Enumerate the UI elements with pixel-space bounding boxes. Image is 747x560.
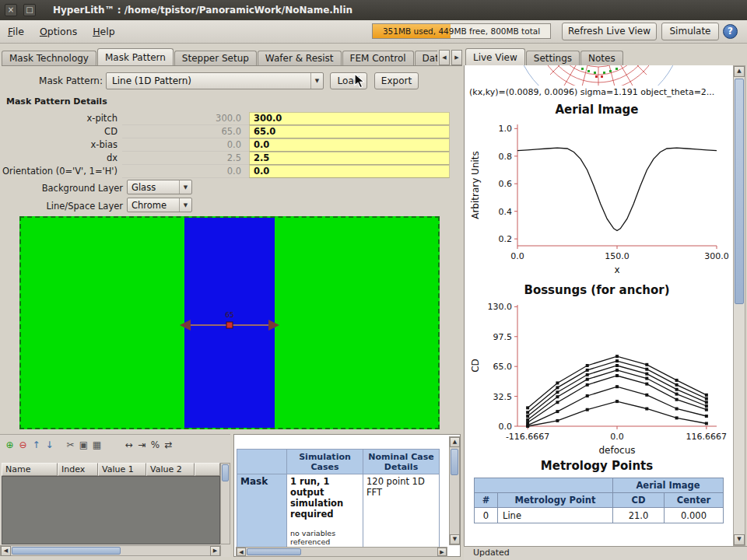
status-bar: Updated <box>464 546 747 560</box>
svg-text:0.6: 0.6 <box>499 179 513 189</box>
menu-options[interactable]: Options <box>32 20 85 43</box>
scroll-left-icon[interactable]: ◀ <box>237 548 246 556</box>
param-input-field[interactable]: 65.0 <box>249 125 450 138</box>
tab-fem-control[interactable]: FEM Control <box>342 51 414 65</box>
scroll-down-icon[interactable]: ▼ <box>450 534 460 544</box>
linespace-layer-value: Chrome <box>128 200 179 211</box>
measure-pitch-icon[interactable]: ⇥ <box>135 439 149 452</box>
cd-measure-label: 65 <box>225 311 233 319</box>
svg-text:0.2: 0.2 <box>499 234 513 244</box>
mask-pattern-canvas[interactable]: 65 <box>19 216 440 429</box>
scroll-up-icon[interactable]: ▲ <box>450 437 460 447</box>
metrology-row[interactable]: 0Line21.00.000 <box>475 508 724 523</box>
param-reference-value: 300.0 <box>122 112 249 125</box>
variables-panel: ⊕⊖↑↓✂▣▦↔⇥%⇄ NameIndexValue 1Value 2 ◀ ▶ <box>0 434 230 557</box>
remove-icon[interactable]: ⊖ <box>16 439 30 452</box>
copy-icon[interactable]: ▣ <box>77 439 90 452</box>
scroll-right-icon[interactable]: ▶ <box>210 546 220 556</box>
tab-stepper-setup[interactable]: Stepper Setup <box>174 51 257 65</box>
scrollbar-thumb[interactable] <box>451 449 458 475</box>
vars-column-filler <box>195 463 220 476</box>
aerial-image-chart: 1.00.80.60.40.20.0150.0300.0xArbitrary U… <box>468 118 729 277</box>
linespace-layer-dropdown[interactable]: Chrome ▼ <box>127 198 192 212</box>
param-input-field[interactable]: 0.0 <box>249 138 450 152</box>
param-input-field[interactable]: 2.5 <box>249 152 450 165</box>
menu-help[interactable]: Help <box>85 20 123 43</box>
tab-wafer-resist[interactable]: Wafer & Resist <box>258 51 342 65</box>
cd-measure-arrow[interactable]: 65 <box>178 310 281 336</box>
scroll-right-icon[interactable]: ▶ <box>437 548 447 556</box>
mask-pattern-dropdown[interactable]: Line (1D Pattern) ▼ <box>106 72 324 89</box>
scrollbar-thumb[interactable] <box>222 464 229 481</box>
scroll-up-icon[interactable]: ▲ <box>734 66 745 77</box>
left-tab-strip: Mask TechnologyMask PatternStepper Setup… <box>2 48 462 66</box>
move-up-icon[interactable]: ↑ <box>30 439 43 452</box>
svg-text:Arbitrary Units: Arbitrary Units <box>470 151 481 219</box>
sim-horizontal-scrollbar[interactable]: ◀ ▶ <box>236 547 447 557</box>
tab-settings[interactable]: Settings <box>526 51 580 65</box>
svg-text:97.5: 97.5 <box>493 332 513 342</box>
scrollbar-thumb[interactable] <box>247 548 301 555</box>
metrology-column-center: Center <box>665 493 724 508</box>
tab-mask-pattern[interactable]: Mask Pattern <box>97 48 174 65</box>
tab-scroll-right-icon[interactable]: ▶ <box>451 50 462 65</box>
aerial-image-chart-title: Aerial Image <box>465 103 729 117</box>
vars-column-index[interactable]: Index <box>58 463 98 476</box>
add-icon[interactable]: ⊕ <box>3 439 16 452</box>
param-label: x-bias <box>0 138 122 152</box>
svg-text:0.0: 0.0 <box>499 422 513 432</box>
chevron-down-icon: ▼ <box>179 180 191 194</box>
refresh-live-view-button[interactable]: Refresh Live View <box>562 23 657 40</box>
mask-pattern-details-title: Mask Pattern Details <box>6 96 107 107</box>
move-down-icon[interactable]: ↓ <box>43 439 56 452</box>
scrollbar-thumb[interactable] <box>735 79 744 304</box>
scroll-left-icon[interactable]: ◀ <box>1 546 11 556</box>
sim-cases-header: Simulation Cases <box>287 450 363 474</box>
paste-icon[interactable]: ▦ <box>90 439 103 452</box>
application-window: × □ HyperLith™ : /home/tpistor/Panoramic… <box>0 0 747 560</box>
measure-width-icon[interactable]: ↔ <box>122 439 135 452</box>
help-button[interactable]: ? <box>723 24 738 39</box>
background-layer-dropdown[interactable]: Glass ▼ <box>127 180 192 194</box>
metrology-table-wrap: Aerial Image#Metrology PointCDCenter0Lin… <box>474 478 724 523</box>
simulate-button[interactable]: Simulate <box>661 23 719 40</box>
menu-file[interactable]: File <box>0 20 32 43</box>
title-bar[interactable]: × □ HyperLith™ : /home/tpistor/Panoramic… <box>0 0 747 20</box>
metrology-column-metrology-point: Metrology Point <box>498 493 613 508</box>
param-label: CD <box>0 125 122 138</box>
tab-live-view[interactable]: Live View <box>465 48 525 65</box>
tab-notes[interactable]: Notes <box>580 51 623 65</box>
live-view-scrollbar[interactable]: ▲ ▼ <box>733 65 745 546</box>
metrology-column-cd: CD <box>613 493 665 508</box>
variables-horizontal-scrollbar[interactable]: ◀ ▶ <box>0 545 221 556</box>
tab-scroll-left-icon[interactable]: ◀ <box>439 50 450 65</box>
scroll-down-icon[interactable]: ▼ <box>734 534 745 545</box>
svg-text:130.0: 130.0 <box>488 302 513 312</box>
vars-column-value-2[interactable]: Value 2 <box>146 463 195 476</box>
background-layer-value: Glass <box>128 182 179 193</box>
vars-column-name[interactable]: Name <box>2 463 58 476</box>
converge-icon[interactable]: ⇄ <box>162 439 175 452</box>
tab-data[interactable]: Data & <box>415 51 437 65</box>
variables-table-body[interactable] <box>2 476 220 544</box>
mask-pattern-dropdown-value: Line (1D Pattern) <box>107 75 310 86</box>
percent-icon[interactable]: % <box>149 439 162 452</box>
scrollbar-thumb[interactable] <box>12 547 121 555</box>
svg-text:0.8: 0.8 <box>499 152 513 162</box>
param-input-field[interactable]: 300.0 <box>249 112 450 125</box>
sim-vertical-scrollbar[interactable]: ▲ ▼ <box>449 436 460 545</box>
sim-cases-note: no variables referenced <box>290 529 359 546</box>
svg-text:116.6667: 116.6667 <box>686 432 728 442</box>
window-menu-icon[interactable]: □ <box>23 4 36 16</box>
param-input-field[interactable]: 0.0 <box>249 165 450 178</box>
metrology-column-: # <box>475 493 498 508</box>
cut-icon[interactable]: ✂ <box>64 439 77 452</box>
vars-column-value-1[interactable]: Value 1 <box>98 463 146 476</box>
tab-mask-technology[interactable]: Mask Technology <box>2 51 96 65</box>
variables-vertical-scrollbar[interactable] <box>220 463 230 544</box>
mask-pattern-label: Mask Pattern: <box>23 75 103 86</box>
window-close-icon[interactable]: × <box>5 4 17 16</box>
sim-row-label: Mask <box>237 474 287 552</box>
svg-text:300.0: 300.0 <box>704 251 729 261</box>
export-button[interactable]: Export <box>374 72 419 89</box>
